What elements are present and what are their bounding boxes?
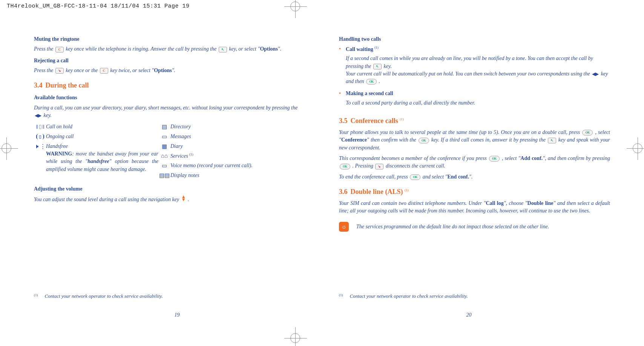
text-bold: End conf. (448, 174, 469, 180)
bullet-call-waiting: • Call waiting (1) If a second call come… (339, 45, 610, 88)
text: ". (172, 68, 175, 73)
list-item: ⦗▯⦘ Ongoing call (34, 133, 158, 141)
text: ", choose " (504, 200, 527, 206)
text: . (188, 197, 189, 202)
section-3-6: 3.6Double line (ALS) (1) (339, 187, 610, 197)
list-item: ⦀▯⦀ Call on hold (34, 123, 158, 131)
hangup-key-icon: ↘ (375, 164, 383, 169)
item-label: Ongoing call (46, 133, 158, 140)
text: key once while the telephone is ringing.… (66, 46, 218, 52)
item-label: Handsfree WARNING: move the handset away… (46, 143, 158, 173)
item-label: Directory (170, 123, 253, 131)
text: key. If a third call comes in, answer it… (431, 137, 547, 143)
text: If a second call comes in while you are … (346, 55, 593, 69)
footnote-ref: (1) (374, 46, 379, 49)
bullet-title: Call waiting (346, 46, 374, 52)
item-label: Messages (170, 133, 253, 140)
crop-mark-icon (290, 333, 300, 344)
para-volume: You can adjust the sound level during a … (34, 195, 305, 203)
crop-mark-icon (2, 143, 11, 155)
print-header: TH4relook_UM_GB-FCC-18-11-04 18/11/04 15… (7, 3, 190, 9)
messages-icon: ▭ (158, 133, 170, 141)
para: If a second call comes in while you are … (346, 55, 610, 85)
answer-key-icon: ↖ (219, 47, 227, 52)
list-item: 🕨⋮ Handsfree WARNING: move the handset a… (34, 143, 158, 173)
list-item: ▦ Diary (158, 143, 253, 151)
ok-key-icon: OK (366, 79, 377, 85)
footnote-text: Contact your network operator to check s… (350, 293, 468, 300)
text: key twice, or select " (110, 68, 154, 73)
text: You can adjust the sound level during a … (34, 197, 181, 202)
text: This correspondent becomes a member of t… (339, 155, 488, 161)
text: During a call, you can use your director… (34, 105, 297, 111)
footnote: (1) Contact your network operator to che… (34, 293, 163, 300)
bullet-icon: • (339, 45, 346, 88)
item-label: Display notes (170, 172, 253, 179)
text: key. (44, 112, 52, 118)
para-available: During a call, you can use your director… (34, 104, 305, 120)
c-key-icon: C (100, 68, 108, 74)
item-label: Diary (170, 143, 253, 150)
bullet-icon: • (339, 90, 346, 110)
text-bold: Options (260, 46, 278, 52)
footnote-text: Contact your network operator to check s… (45, 293, 163, 300)
heading-two-calls: Handling two calls (339, 35, 610, 43)
text: Services (170, 153, 189, 159)
text-bold: Options (154, 68, 172, 73)
heading-rejecting: Rejecting a call (34, 57, 305, 65)
notes-icon: ▤▤ (158, 172, 170, 180)
para-conference-3: To end the conference call, press OK and… (339, 173, 610, 181)
footnote: (1) Contact your network operator to che… (339, 293, 468, 300)
crop-mark-icon (633, 143, 642, 155)
voice-memo-icon: ▭ (158, 162, 170, 170)
crop-mark-icon (290, 2, 300, 13)
text: key once or the (66, 68, 99, 73)
tip-icon: ☼ (339, 222, 349, 232)
text: To end the conference call, press (339, 174, 409, 180)
text-bold: Call log (486, 200, 504, 206)
list-item: ▤ Directory (158, 123, 253, 131)
ok-key-icon: OK (582, 130, 593, 135)
para-rejecting: Press the ↘ key once or the C key twice,… (34, 67, 305, 74)
text: Handsfree (46, 143, 68, 149)
section-number: 3.5 (339, 117, 348, 125)
section-number: 3.6 (339, 188, 348, 195)
nav-lr-icon: ◀▶ (35, 112, 41, 119)
text: Your SIM card can contain two distinct t… (339, 200, 486, 206)
page-number: 19 (175, 311, 180, 319)
call-hold-icon: ⦀▯⦀ (34, 123, 46, 131)
item-label: Call on hold (46, 123, 158, 131)
ok-key-icon: OK (489, 156, 500, 161)
footnote-mark: (1) (34, 293, 38, 300)
text: ". (278, 46, 281, 52)
nav-lr-icon: ◀▶ (592, 71, 599, 77)
para: To call a second party during a call, di… (346, 99, 610, 107)
list-item: ▭ Messages (158, 133, 253, 141)
para-muting: Press the C key once while the telephone… (34, 45, 305, 53)
section-3-4: 3.4During the call (34, 80, 305, 90)
tip-text: The services programmed on the default l… (356, 222, 549, 231)
section-3-5: 3.5Conference calls (1) (339, 116, 610, 126)
text: . (379, 78, 380, 84)
section-title: Double line (ALS) (351, 188, 405, 195)
page-left: Muting the ringtone Press the C key once… (30, 26, 324, 320)
text: " then confirm with the (367, 137, 418, 143)
function-list: ⦀▯⦀ Call on hold ⦗▯⦘ Ongoing call 🕨⋮ Han… (34, 122, 305, 181)
ongoing-call-icon: ⦗▯⦘ (34, 133, 46, 141)
heading-volume: Adjusting the volume (34, 185, 305, 193)
section-title: Conference calls (351, 117, 400, 125)
list-item: ▤▤ Display notes (158, 172, 253, 180)
nav-ud-icon: ▲▼ (181, 195, 186, 201)
text: ". (469, 174, 472, 180)
c-key-icon: C (55, 47, 64, 52)
text: Press the (34, 46, 55, 52)
text: . Pressing (353, 163, 375, 169)
footnote-ref: (1) (405, 188, 409, 192)
text: Your current call will be automatically … (346, 71, 591, 77)
bullet-second-call: • Making a second call To call a second … (339, 90, 610, 110)
text: disconnects the current call. (386, 163, 445, 169)
footnote-mark: (1) (339, 293, 343, 300)
text-bold: Double line (527, 200, 554, 206)
text-bold: handsfree (87, 158, 109, 164)
list-item: ⌂⌂ Services (1) (158, 152, 253, 160)
